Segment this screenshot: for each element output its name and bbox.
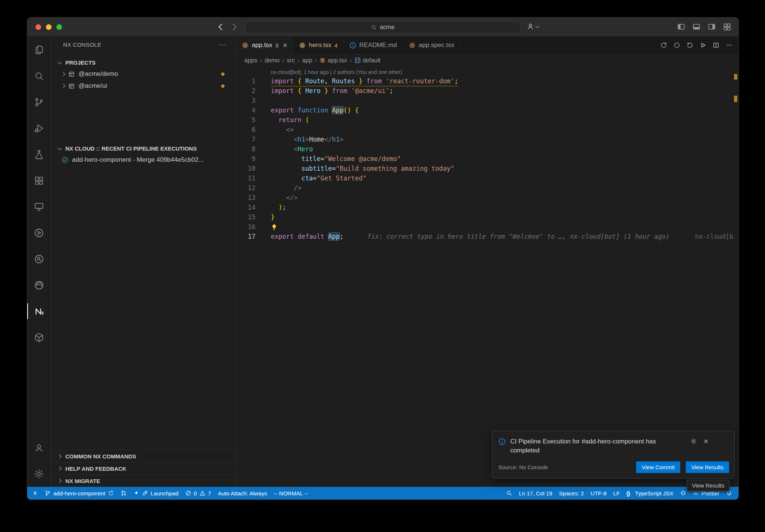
code-line[interactable]: 4export function App() { [236, 105, 738, 115]
tab-app.tsx[interactable]: app.tsx3× [236, 37, 293, 54]
toggle-primary-sidebar-button[interactable] [677, 23, 685, 31]
language-mode-item[interactable]: {}TypeScript JSX [623, 487, 677, 499]
more-actions-icon[interactable] [726, 42, 733, 49]
pipeline-execution-label: add-hero-component - Merge 409b44e5cb02.… [72, 156, 204, 164]
traffic-lights [27, 24, 62, 30]
code-area[interactable]: nx-cloud[bot], 1 hour ago | 2 authors (Y… [236, 66, 738, 487]
close-tab-icon[interactable]: × [283, 41, 287, 49]
indentation-item[interactable]: Spaces: 2 [555, 487, 587, 499]
tab-label: README.md [359, 41, 397, 49]
activity-item-run-debug[interactable] [27, 115, 51, 141]
code-line[interactable]: 2import { Hero } from '@acme/ui'; [236, 86, 738, 96]
maximize-window-button[interactable] [56, 24, 62, 30]
code-line[interactable]: 14 ); [236, 202, 738, 212]
code-line[interactable]: 17export default App;fix: correct typo i… [236, 232, 738, 241]
breadcrumb-item[interactable]: default [354, 57, 381, 64]
activity-item-search-circle[interactable] [27, 246, 51, 272]
code-line[interactable]: 6 <> [236, 125, 738, 134]
activity-item-search[interactable] [27, 63, 51, 89]
breadcrumb-item[interactable]: app.tsx [319, 57, 347, 64]
activity-item-testing[interactable] [27, 141, 51, 167]
code-line[interactable]: 3 [236, 96, 738, 105]
sidebar-section-nx-migrate[interactable]: NX MIGRATE [51, 474, 236, 487]
close-window-button[interactable] [35, 24, 41, 30]
line-number: 17 [236, 232, 255, 241]
customize-layout-button[interactable] [723, 23, 731, 31]
view-commit-button[interactable]: View Commit [636, 461, 680, 473]
auto-attach-item[interactable]: Auto Attach: Always [214, 487, 270, 499]
problems-item[interactable]: 07 [182, 487, 215, 499]
breadcrumb-item[interactable]: src [287, 57, 295, 64]
sidebar-section-common-nx-commands[interactable]: COMMON NX COMMANDS [51, 450, 236, 462]
extensions-icon [34, 175, 44, 186]
command-center-search[interactable]: acme [245, 21, 521, 33]
navigate-back-icon[interactable] [660, 42, 667, 49]
warning-icon [199, 490, 205, 496]
testing-icon [34, 149, 44, 160]
breadcrumb-item[interactable]: app [302, 57, 312, 64]
section-header-nx-cloud[interactable]: NX CLOUD :: RECENT CI PIPELINE EXECUTION… [51, 143, 236, 154]
activity-item-cube[interactable] [27, 324, 51, 350]
pull-request-item[interactable] [117, 487, 130, 499]
activity-item-play-circle[interactable] [27, 220, 51, 246]
code-lines: 1import { Route, Routes } from 'react-ro… [236, 76, 738, 241]
git-branch-item[interactable]: add-hero-component [41, 487, 117, 499]
code-line[interactable]: 11 cta="Get Started" [236, 173, 738, 183]
activity-item-extensions[interactable] [27, 167, 51, 194]
launchpad-item[interactable]: Launchpad [130, 487, 182, 499]
toggle-panel-button[interactable] [693, 23, 700, 31]
sidebar-more-actions-icon[interactable]: ··· [219, 41, 227, 49]
activity-item-settings[interactable] [27, 461, 51, 487]
inline-blame-annotation: fix: correct typo in hero title from "We… [368, 232, 670, 241]
activity-item-nx[interactable] [27, 298, 51, 324]
tab-README.md[interactable]: README.md [344, 37, 403, 54]
encoding-item[interactable]: UTF-8 [587, 487, 610, 499]
run-icon[interactable] [700, 42, 706, 49]
notification-settings-icon[interactable] [690, 438, 697, 445]
lightbulb-icon[interactable] [271, 223, 278, 230]
activity-item-explorer[interactable] [27, 37, 51, 63]
status-dot [221, 72, 224, 76]
toggle-secondary-sidebar-button[interactable] [708, 23, 716, 31]
cursor-position-item[interactable]: Ln 17, Col 19 [515, 487, 555, 499]
code-line[interactable]: 1import { Route, Routes } from 'react-ro… [236, 76, 738, 86]
tab-app.spec.tsx[interactable]: app.spec.tsx [403, 37, 460, 54]
tab-hero.tsx[interactable]: hero.tsx4 [293, 37, 344, 54]
breadcrumb-item[interactable]: apps [244, 57, 257, 64]
code-line[interactable]: 9 title="Welcome @acme/demo" [236, 154, 738, 164]
sidebar-section-help-and-feedback[interactable]: HELP AND FEEDBACK [51, 462, 236, 474]
code-line[interactable]: 10 subtitle="Build something amazing tod… [236, 164, 738, 173]
code-line[interactable]: 7 <h1>Home</h1> [236, 134, 738, 144]
activity-item-remote-explorer[interactable] [27, 194, 51, 220]
zoom-indicator[interactable] [503, 487, 515, 499]
code-line[interactable]: 15} [236, 212, 738, 222]
problem-badge: 4 [334, 42, 337, 49]
eol-item[interactable]: LF [610, 487, 623, 499]
activity-item-source-control[interactable] [27, 89, 51, 115]
navigate-forward-button[interactable] [230, 22, 239, 31]
code-line[interactable]: 16 [236, 222, 738, 232]
code-line[interactable]: 8 <Hero [236, 144, 738, 154]
notification-close-icon[interactable]: × [704, 437, 708, 445]
activity-item-account[interactable] [27, 434, 51, 461]
project-item[interactable]: @acme/demo [51, 68, 236, 80]
navigate-back-button[interactable] [216, 22, 225, 31]
target-icon[interactable] [673, 42, 680, 49]
code-line[interactable]: 13 </> [236, 193, 738, 202]
account-menu-button[interactable] [527, 22, 539, 30]
pipeline-execution-item[interactable]: add-hero-component - Merge 409b44e5cb02.… [51, 154, 236, 166]
account-icon [527, 22, 534, 30]
view-results-button[interactable]: View Results [686, 461, 729, 473]
navigate-forward-icon[interactable] [687, 42, 693, 49]
code-line[interactable]: 5 return ( [236, 115, 738, 125]
minimize-window-button[interactable] [46, 24, 52, 30]
code-line[interactable]: 12 /> [236, 183, 738, 193]
project-item[interactable]: @acme/ui [51, 80, 236, 92]
remote-indicator[interactable] [29, 487, 41, 499]
activity-item-edge[interactable] [27, 272, 51, 298]
breadcrumb-item[interactable]: demo [264, 57, 279, 64]
split-editor-icon[interactable] [713, 42, 719, 49]
section-header-projects[interactable]: PROJECTS [51, 57, 236, 68]
line-number: 12 [236, 183, 255, 193]
vim-mode-item[interactable]: -- NORMAL -- [270, 487, 312, 499]
